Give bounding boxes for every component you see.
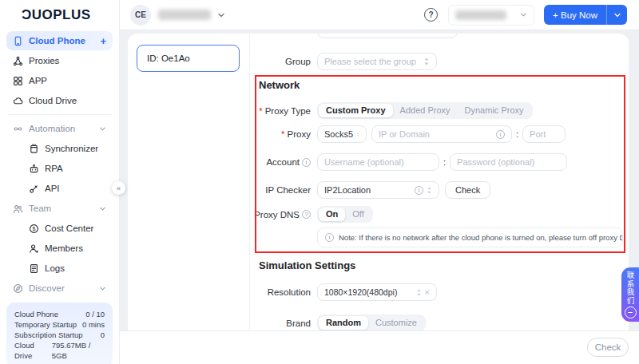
stat-row: Subscription Startup0 bbox=[14, 330, 105, 340]
sidebar-group-automation[interactable]: Automation bbox=[6, 119, 113, 138]
team-icon bbox=[13, 204, 23, 214]
proxy-type-option-dynamic[interactable]: Dynamic Proxy bbox=[458, 104, 531, 117]
sidebar-group-discover[interactable]: Discover bbox=[6, 279, 113, 298]
proxy-type-row: *Proxy Type Custom Proxy Added Proxy Dyn… bbox=[251, 102, 533, 119]
brand-option-customize[interactable]: Customize bbox=[368, 316, 424, 330]
check-button[interactable]: Check bbox=[587, 338, 629, 357]
resolution-row: Resolution 1080×1920(480dpi) × bbox=[251, 283, 437, 301]
info-icon[interactable]: i bbox=[415, 186, 423, 195]
sidebar-item-cost-center[interactable]: $ Cost Center bbox=[6, 219, 113, 238]
group-placeholder: Please select the group bbox=[324, 57, 416, 66]
sidebar-group-label: Discover bbox=[29, 283, 65, 293]
proxy-type-option-custom[interactable]: Custom Proxy bbox=[319, 104, 393, 117]
proxy-password-input[interactable]: Password (optional) bbox=[450, 153, 567, 171]
stat-row: Temporary Startup0 mins bbox=[14, 319, 105, 330]
account-selector[interactable] bbox=[448, 5, 534, 26]
info-icon: i bbox=[325, 233, 334, 242]
buy-now-dropdown[interactable] bbox=[607, 5, 627, 25]
stat-row: Cloud Phone0 / 10 bbox=[14, 309, 105, 319]
rpa-icon bbox=[29, 164, 39, 174]
logs-icon bbox=[29, 263, 39, 274]
sidebar-item-rpa[interactable]: RPA bbox=[6, 159, 113, 178]
proxy-dns-on[interactable]: On bbox=[319, 208, 345, 221]
sidebar-item-cloud-phone[interactable]: Cloud Phone + bbox=[6, 31, 113, 50]
chevron-down-icon bbox=[99, 285, 106, 292]
username-placeholder: Username (optional) bbox=[324, 157, 404, 167]
proxy-ip-input[interactable]: IP or Domain i bbox=[371, 125, 512, 143]
synchronizer-icon bbox=[29, 144, 39, 154]
sidebar-item-app[interactable]: APP bbox=[6, 71, 113, 90]
top-header: CE ? + Buy Now bbox=[120, 0, 639, 30]
ip-checker-value: IP2Location bbox=[324, 185, 371, 195]
sidebar-item-proxies[interactable]: Proxies bbox=[6, 51, 113, 70]
profile-edit-panel: ID: Oe1Ao Name Group Please select the g… bbox=[128, 34, 629, 330]
dns-note-text: Note: If there is no network after the c… bbox=[339, 233, 623, 242]
contact-us-tab[interactable]: 联系我们 bbox=[621, 267, 639, 322]
proxy-dns-off[interactable]: Off bbox=[345, 208, 371, 221]
brand-option-random[interactable]: Random bbox=[319, 316, 368, 330]
required-mark: * bbox=[259, 106, 262, 116]
proxy-type-option-added[interactable]: Added Proxy bbox=[393, 104, 458, 117]
info-icon[interactable]: i bbox=[302, 158, 311, 167]
sidebar-collapse-button[interactable]: « bbox=[112, 181, 125, 195]
sidebar-item-label: Cost Center bbox=[45, 224, 93, 233]
brand-row: Brand Random Customize bbox=[251, 315, 426, 330]
select-arrows-icon bbox=[416, 288, 422, 297]
proxy-port-input[interactable]: Port bbox=[522, 125, 566, 143]
resolution-label: Resolution bbox=[251, 287, 311, 297]
brand-label: Brand bbox=[251, 318, 311, 328]
ip-check-button[interactable]: Check bbox=[445, 181, 490, 199]
contact-us-label: 联系我们 bbox=[626, 271, 635, 305]
dns-note: i Note: If there is no network after the… bbox=[317, 228, 623, 247]
clear-icon[interactable]: × bbox=[425, 288, 430, 297]
help-icon[interactable]: ? bbox=[424, 8, 438, 22]
chevron-down-icon[interactable] bbox=[217, 11, 225, 19]
phone-id-card[interactable]: ID: Oe1Ao bbox=[137, 45, 240, 72]
sidebar-group-team[interactable]: Team bbox=[6, 199, 113, 218]
question-icon[interactable]: ? bbox=[302, 210, 311, 219]
info-icon[interactable]: i bbox=[496, 130, 505, 139]
sidebar-item-cloud-drive[interactable]: Cloud Drive bbox=[6, 91, 113, 110]
cloud-drive-icon bbox=[13, 96, 23, 106]
password-placeholder: Password (optional) bbox=[457, 157, 534, 167]
select-arrows-icon bbox=[427, 186, 432, 195]
workspace-avatar[interactable]: CE bbox=[130, 5, 151, 26]
group-select[interactable]: Please select the group bbox=[317, 53, 437, 70]
ip-checker-select[interactable]: IP2Location i bbox=[317, 181, 439, 199]
usage-stats-panel: Cloud Phone0 / 10 Temporary Startup0 min… bbox=[6, 303, 113, 364]
sidebar-item-members[interactable]: Members bbox=[6, 239, 113, 258]
api-icon bbox=[29, 184, 39, 194]
resolution-value: 1080×1920(480dpi) bbox=[324, 287, 397, 297]
add-cloud-phone-button[interactable]: + bbox=[100, 35, 106, 47]
proxy-type-label: *Proxy Type bbox=[251, 106, 311, 116]
phone-list-column: ID: Oe1Ao bbox=[128, 34, 250, 330]
dns-note-row: i Note: If there is no network after the… bbox=[251, 228, 623, 247]
chevron-down-icon bbox=[613, 11, 621, 19]
network-section-title: Network bbox=[259, 79, 300, 91]
sidebar-item-label: RPA bbox=[45, 164, 63, 173]
sidebar-item-api[interactable]: API bbox=[6, 179, 113, 198]
phone-icon bbox=[13, 36, 23, 46]
simulation-section-title: Simulation Settings bbox=[259, 259, 355, 271]
select-arrows-icon bbox=[356, 130, 359, 139]
chevron-down-icon bbox=[99, 125, 106, 133]
resolution-select[interactable]: 1080×1920(480dpi) × bbox=[317, 283, 437, 301]
sidebar-item-synchronizer[interactable]: Synchronizer bbox=[6, 139, 113, 158]
proxy-dns-toggle: On Off bbox=[317, 206, 373, 223]
name-label: Name bbox=[251, 34, 311, 34]
sidebar-item-label: Synchronizer bbox=[45, 144, 98, 153]
sidebar-item-logs[interactable]: Logs bbox=[6, 259, 113, 278]
proxy-protocol-select[interactable]: Socks5 bbox=[317, 125, 367, 143]
brand-segmented: Random Customize bbox=[317, 315, 426, 330]
name-input[interactable] bbox=[317, 34, 458, 38]
ip-checker-label: IP Checker bbox=[251, 185, 311, 195]
proxy-colon: : bbox=[516, 129, 518, 139]
workspace-name-redacted bbox=[158, 10, 211, 20]
buy-now-button[interactable]: + Buy Now bbox=[544, 5, 627, 25]
select-arrows-icon bbox=[423, 57, 430, 66]
proxy-username-input[interactable]: Username (optional) bbox=[317, 153, 439, 171]
proxies-icon bbox=[13, 56, 23, 66]
stat-row: Cloud Drive795.67MB / 5GB bbox=[14, 340, 105, 361]
chat-icon bbox=[625, 307, 637, 318]
bottom-action-bar: Check bbox=[120, 330, 639, 364]
